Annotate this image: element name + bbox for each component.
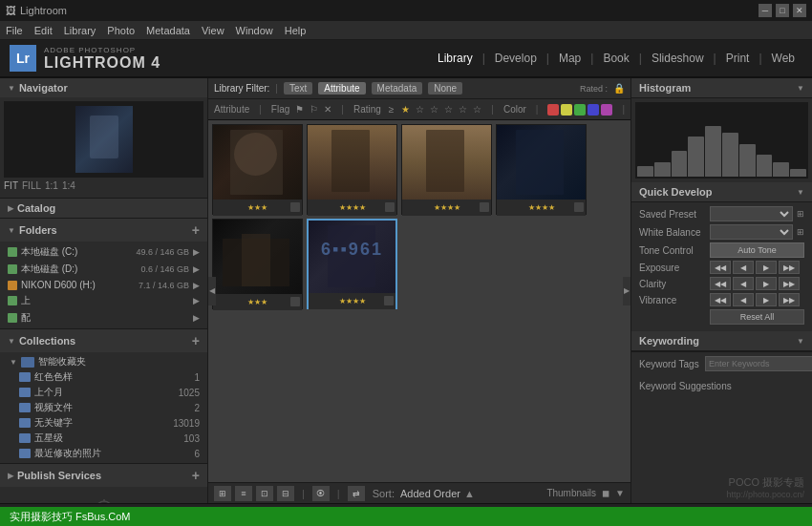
menu-photo[interactable]: Photo: [107, 25, 135, 36]
menu-metadata[interactable]: Metadata: [146, 25, 190, 36]
nav-1to1[interactable]: 1:1: [45, 180, 58, 191]
vibrance-inc[interactable]: ▶: [756, 293, 777, 306]
nav-develop[interactable]: Develop: [487, 50, 545, 67]
minimize-button[interactable]: ─: [759, 4, 772, 17]
folders-header[interactable]: ▼ Folders +: [0, 219, 207, 242]
exposure-dec-large[interactable]: ◀◀: [710, 261, 731, 274]
nav-map[interactable]: Map: [551, 50, 588, 67]
menu-file[interactable]: File: [6, 25, 23, 36]
menu-edit[interactable]: Edit: [34, 25, 53, 36]
menu-view[interactable]: View: [202, 25, 224, 36]
publish-services-header[interactable]: ▶ Publish Services +: [0, 464, 207, 487]
publish-add-button[interactable]: +: [192, 468, 200, 483]
exposure-dec[interactable]: ◀: [733, 261, 754, 274]
list-item[interactable]: 无关键字 13019: [0, 415, 207, 431]
flag-icon2[interactable]: ⚐: [310, 104, 318, 115]
star2[interactable]: ☆: [430, 104, 438, 115]
quick-develop-header[interactable]: Quick Develop ▼: [631, 182, 812, 202]
folders-add-button[interactable]: +: [192, 222, 200, 238]
menu-window[interactable]: Window: [236, 25, 273, 36]
folder-item[interactable]: NIKON D600 (H:) 7.1 / 14.6 GB ▶: [0, 278, 207, 292]
photo-cell[interactable]: ★★★: [212, 219, 303, 309]
sort-direction-icon[interactable]: ▲: [464, 488, 475, 499]
nav-slideshow[interactable]: Slideshow: [644, 50, 712, 67]
collections-header[interactable]: ▼ Collections +: [0, 329, 207, 352]
catalog-header[interactable]: ▶ Catalog: [0, 199, 207, 218]
histogram-header[interactable]: Histogram ▼: [631, 78, 812, 98]
filter-attribute-button[interactable]: Attribute: [318, 82, 365, 95]
filter-tool-button[interactable]: ⇄: [348, 486, 365, 501]
menu-help[interactable]: Help: [285, 25, 307, 36]
close-button[interactable]: ✕: [793, 4, 806, 17]
folder-item[interactable]: 本地磁盘 (D:) 0.6 / 146 GB ▶: [0, 261, 207, 278]
photo-cell[interactable]: 6▪▪961 ★★★★: [307, 219, 397, 309]
nav-web[interactable]: Web: [764, 50, 802, 67]
list-item[interactable]: 红色色样 1: [0, 369, 207, 385]
vibrance-inc-large[interactable]: ▶▶: [779, 293, 800, 306]
white-balance-select[interactable]: [710, 224, 793, 240]
vibrance-dec[interactable]: ◀: [733, 293, 754, 306]
menu-library[interactable]: Library: [64, 25, 96, 36]
nav-1to4[interactable]: 1:4: [62, 180, 75, 191]
nav-print[interactable]: Print: [718, 50, 758, 67]
folder-item[interactable]: 配 ▶: [0, 309, 207, 326]
clarity-inc[interactable]: ▶: [756, 277, 777, 290]
collections-add-button[interactable]: +: [192, 333, 200, 348]
loupe-view-button[interactable]: ≡: [235, 486, 252, 501]
reset-all-button[interactable]: Reset All: [710, 309, 804, 325]
photo-cell[interactable]: ★★★: [212, 124, 303, 215]
sort-value[interactable]: Added Order: [400, 488, 460, 499]
photo-cell[interactable]: ★★★★: [401, 124, 492, 215]
survey-view-button[interactable]: ⊟: [277, 486, 294, 501]
clarity-dec-large[interactable]: ◀◀: [710, 277, 731, 290]
color-blue[interactable]: [588, 104, 599, 116]
list-item[interactable]: 上个月 1025: [0, 385, 207, 400]
filter-metadata-button[interactable]: Metadata: [372, 82, 423, 95]
list-item[interactable]: 视频文件 2: [0, 400, 207, 415]
nav-fill[interactable]: FILL: [22, 180, 41, 191]
list-item[interactable]: ▼ 智能收藏夹: [0, 354, 207, 369]
navigator-header[interactable]: ▼ Navigator: [0, 78, 207, 97]
color-purple[interactable]: [601, 104, 612, 116]
list-item[interactable]: 五星级 103: [0, 431, 207, 446]
vibrance-dec-large[interactable]: ◀◀: [710, 293, 731, 306]
filter-none-button[interactable]: None: [428, 82, 462, 95]
spray-tool-button[interactable]: ⦿: [312, 486, 330, 501]
left-panel-collapse-button[interactable]: ◀: [208, 277, 216, 305]
nav-library[interactable]: Library: [430, 50, 481, 67]
exposure-inc[interactable]: ▶: [756, 261, 777, 274]
folder-item[interactable]: 本地磁盘 (C:) 49.6 / 146 GB ▶: [0, 243, 207, 261]
color-yellow[interactable]: [561, 104, 572, 116]
auto-tone-button[interactable]: Auto Tone: [710, 242, 804, 258]
photo-stars: ★★★★: [339, 203, 366, 212]
keyword-tags-input[interactable]: [705, 356, 812, 371]
folder-disk-icon: [8, 264, 17, 274]
expand-icon[interactable]: ▼: [615, 488, 625, 498]
color-green[interactable]: [574, 104, 586, 116]
saved-preset-select[interactable]: [710, 206, 793, 221]
photo-cell[interactable]: ★★★★: [307, 124, 397, 215]
reject-icon[interactable]: ✕: [324, 104, 331, 115]
list-item[interactable]: 最近修改的照片 6: [0, 446, 207, 461]
folder-item[interactable]: 上 ▶: [0, 292, 207, 309]
filter-text-button[interactable]: Text: [284, 82, 312, 95]
exposure-inc-large[interactable]: ▶▶: [779, 261, 800, 274]
flag-icon[interactable]: ⚑: [295, 104, 304, 115]
maximize-button[interactable]: □: [776, 4, 789, 17]
thumbnail-size-icon: ◼: [602, 488, 609, 498]
photo-cell[interactable]: ★★★★: [496, 124, 587, 215]
keywording-header[interactable]: Keywording ▼: [631, 331, 812, 351]
clarity-dec[interactable]: ◀: [733, 277, 754, 290]
star1[interactable]: ☆: [416, 104, 424, 115]
color-red[interactable]: [547, 104, 559, 116]
folder-disk-icon: [8, 313, 17, 323]
star4[interactable]: ☆: [459, 104, 467, 115]
compare-view-button[interactable]: ⊡: [256, 486, 273, 501]
grid-view-button[interactable]: ⊞: [214, 486, 231, 501]
right-panel-collapse-button[interactable]: ▶: [623, 277, 630, 305]
clarity-inc-large[interactable]: ▶▶: [779, 277, 800, 290]
star5[interactable]: ☆: [473, 104, 481, 115]
nav-fit[interactable]: FIT: [4, 180, 18, 191]
nav-book[interactable]: Book: [595, 50, 636, 67]
star3[interactable]: ☆: [444, 104, 453, 115]
